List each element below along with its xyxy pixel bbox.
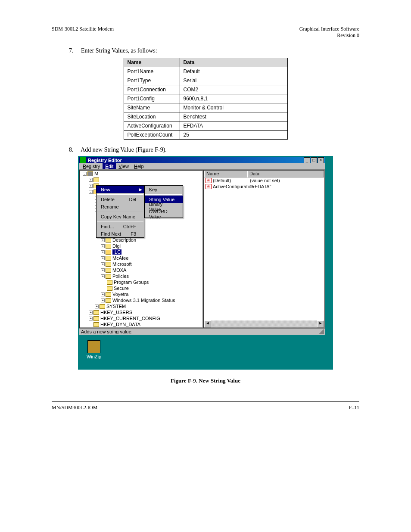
close-button[interactable]: ×: [318, 157, 324, 163]
string-icon: ab: [206, 184, 212, 189]
footer-left: MN/SDM300L2.IOM: [52, 404, 97, 411]
instruction-8: 8. Add new String Value (Figure F-9).: [69, 146, 359, 153]
app-icon: [80, 157, 86, 163]
tree-item[interactable]: Secure: [114, 286, 129, 291]
header-right-bottom: Revision 0: [337, 32, 359, 38]
menu-rename[interactable]: Rename: [97, 203, 144, 210]
string-icon: ab: [206, 178, 212, 183]
tree-item[interactable]: Program Groups: [114, 280, 149, 285]
submenu-dword-value[interactable]: DWORD Value: [145, 210, 183, 218]
figure-caption: Figure F-9. New String Value: [52, 377, 359, 384]
tree-item[interactable]: MOXA: [112, 268, 126, 273]
expand-icon[interactable]: -: [83, 172, 87, 176]
table-row: ActiveConfigurationEFDATA: [124, 121, 287, 131]
tree-item[interactable]: Microsoft: [112, 261, 132, 267]
titlebar[interactable]: Registry Editor _ □ ×: [79, 157, 325, 163]
table-row: Port1ConnectionCOM2: [124, 85, 287, 94]
desktop-icon-winzip[interactable]: WinZip: [83, 340, 105, 359]
maximize-button[interactable]: □: [311, 157, 317, 163]
table-head-data: Data: [180, 58, 287, 67]
table-row: Port1NameDefault: [124, 67, 287, 76]
registry-editor-window: Registry Editor _ □ × Registry Edit View…: [79, 157, 325, 333]
tree-item[interactable]: Description: [112, 237, 136, 243]
submenu-key[interactable]: Key: [145, 186, 183, 193]
menu-delete[interactable]: DeleteDel: [97, 196, 144, 203]
table-row: SiteNameMonitor & Control: [124, 103, 287, 112]
menu-edit[interactable]: Edit: [103, 163, 116, 169]
table-head-name: Name: [124, 58, 180, 67]
horizontal-scrollbar[interactable]: ◄ ►: [204, 320, 324, 327]
tree-item[interactable]: Windows 3.1 Migration Status: [112, 298, 175, 303]
footer-right: F–11: [349, 404, 359, 411]
scroll-right-icon[interactable]: ►: [317, 320, 324, 327]
winzip-icon: [87, 340, 100, 353]
page-header: SDM-300L2 Satellite Modem Graphical Inte…: [52, 26, 359, 39]
col-name[interactable]: Name: [204, 171, 247, 177]
desktop-area: Registry Editor _ □ × Registry Edit View…: [78, 156, 333, 370]
values-pane[interactable]: Name Data ab (Default) (value not set) a…: [203, 170, 325, 328]
menubar: Registry Edit View Help: [79, 163, 325, 170]
menu-registry[interactable]: Registry: [80, 163, 103, 169]
table-row: Port1TypeSerial: [124, 76, 287, 85]
resize-grip-icon[interactable]: [319, 329, 324, 334]
list-header: Name Data: [204, 171, 324, 177]
minimize-button[interactable]: _: [304, 157, 310, 163]
tree-item[interactable]: Digi: [112, 243, 121, 249]
table-row: Port1Config9600,n,8,1: [124, 94, 287, 103]
tree-item[interactable]: HKEY_DYN_DATA: [100, 322, 140, 327]
menu-help[interactable]: Help: [131, 163, 146, 169]
instruction-7: 7. Enter String Values, as follows:: [69, 47, 359, 54]
status-text: Adds a new string value.: [81, 329, 133, 334]
col-data[interactable]: Data: [247, 171, 324, 177]
tree-item[interactable]: HKEY_USERS: [100, 310, 132, 315]
computer-icon: [87, 171, 93, 176]
window-title: Registry Editor: [88, 158, 304, 163]
new-submenu: Key String Value Binary Value DWORD Valu…: [144, 185, 183, 218]
menu-find[interactable]: Find...Ctrl+F: [97, 223, 144, 230]
header-left: SDM-300L2 Satellite Modem: [52, 26, 114, 39]
header-right-top: Graphical Interface Software: [299, 26, 359, 32]
list-item[interactable]: ab ActiveConfiguration "EFDATA": [204, 184, 324, 190]
table-row: SiteLocationBenchtest: [124, 112, 287, 121]
tree-item[interactable]: HKEY_CURRENT_CONFIG: [100, 316, 160, 321]
desktop-icon-label: WinZip: [83, 354, 105, 359]
tree-item[interactable]: McAfee: [112, 255, 128, 261]
menu-new[interactable]: New▶: [97, 186, 144, 193]
list-item[interactable]: ab (Default) (value not set): [204, 177, 324, 184]
string-values-table: NameData Port1NameDefault Port1TypeSeria…: [124, 58, 288, 140]
menu-find-next[interactable]: Find NextF3: [97, 230, 144, 237]
page-footer: MN/SDM300L2.IOM F–11: [52, 404, 359, 411]
menu-view[interactable]: View: [116, 163, 131, 169]
menu-copy-key-name[interactable]: Copy Key Name: [97, 213, 144, 220]
table-row: PollExceptionCount25: [124, 131, 287, 140]
tree-item[interactable]: Policies: [112, 274, 129, 279]
tree-item-selected[interactable]: ILC: [112, 249, 121, 255]
submenu-arrow-icon: ▶: [139, 187, 142, 192]
scroll-left-icon[interactable]: ◄: [204, 320, 211, 327]
tree-item[interactable]: M: [94, 171, 98, 176]
tree-item[interactable]: SYSTEM: [106, 304, 126, 309]
folder-icon: [93, 177, 99, 182]
statusbar: Adds a new string value.: [79, 328, 325, 335]
edit-menu: New▶ DeleteDel Rename Copy Key Name Find…: [96, 185, 144, 238]
tree-item[interactable]: Voyetra: [112, 292, 128, 297]
